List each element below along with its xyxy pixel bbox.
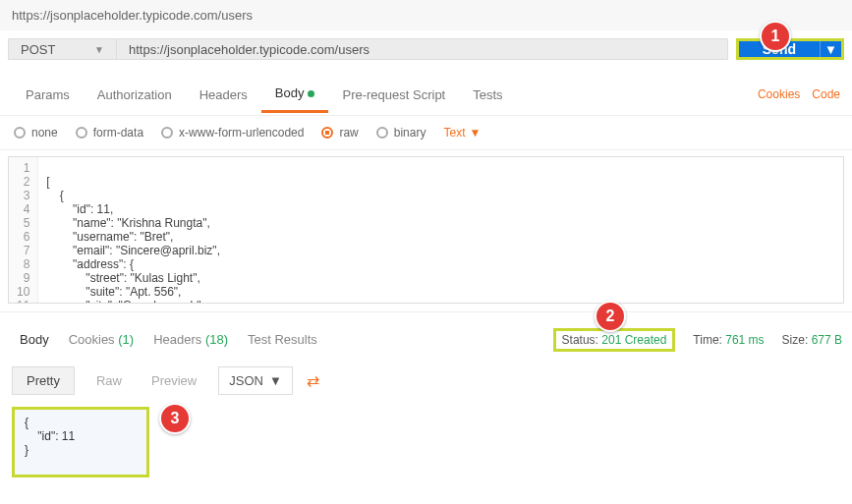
bodytype-formdata[interactable]: form-data (76, 126, 143, 140)
view-preview[interactable]: Preview (143, 367, 204, 394)
view-raw[interactable]: Raw (88, 367, 130, 394)
bodytype-binary[interactable]: binary (376, 126, 426, 140)
cookies-link[interactable]: Cookies (758, 87, 800, 101)
method-select[interactable]: POST ▼ (8, 38, 116, 60)
chevron-down-icon: ▼ (469, 126, 481, 140)
url-input[interactable]: https://jsonplaceholder.typicode.com/use… (116, 38, 728, 60)
tab-authorization[interactable]: Authorization (84, 78, 186, 112)
time-stat: Time: 761 ms (693, 333, 764, 347)
address-bar[interactable] (12, 8, 326, 23)
tab-prerequest[interactable]: Pre-request Script (328, 78, 459, 112)
request-body-editor[interactable]: 1234567891011 [ { "id": 11, "name": "Kri… (8, 156, 844, 304)
tab-body[interactable]: Body (261, 76, 329, 113)
size-stat: Size: 677 B (782, 333, 842, 347)
callout-1: 1 (760, 21, 791, 52)
response-body: { "id": 11 } (12, 407, 149, 477)
callout-3: 3 (159, 403, 191, 434)
content-type-select[interactable]: Text▼ (443, 126, 481, 140)
chevron-down-icon: ▼ (269, 373, 282, 388)
callout-2: 2 (595, 301, 626, 332)
view-pretty[interactable]: Pretty (12, 366, 75, 395)
response-tab-headers[interactable]: Headers (18) (143, 326, 238, 353)
format-select[interactable]: JSON▼ (218, 366, 293, 395)
response-tab-body[interactable]: Body (10, 326, 59, 353)
response-tab-cookies[interactable]: Cookies (1) (59, 326, 143, 353)
code-link[interactable]: Code (812, 87, 840, 101)
bodytype-none[interactable]: none (14, 126, 58, 140)
modified-dot-icon (308, 90, 314, 97)
tab-headers[interactable]: Headers (186, 78, 261, 112)
method-value: POST (21, 42, 55, 57)
bodytype-urlencoded[interactable]: x-www-form-urlencoded (161, 126, 304, 140)
wrap-icon[interactable]: ⇄ (307, 371, 319, 390)
response-tab-testresults[interactable]: Test Results (238, 326, 327, 353)
tab-tests[interactable]: Tests (459, 78, 516, 112)
send-dropdown[interactable]: ▼ (820, 41, 841, 57)
chevron-down-icon: ▼ (94, 44, 104, 55)
tab-params[interactable]: Params (12, 78, 84, 112)
bodytype-raw[interactable]: raw (321, 126, 358, 140)
